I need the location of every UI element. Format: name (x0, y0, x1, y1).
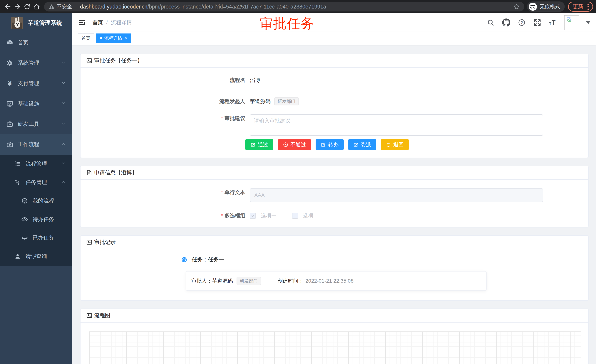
sidebar-submenu-workflow: 流程管理 任务管理 我的流程 待办任务 (0, 155, 72, 266)
checkbox-label: 选项二 (303, 211, 319, 220)
browser-reload-button[interactable] (22, 2, 32, 11)
dept-tag: 研发部门 (237, 277, 261, 285)
sidebar-item-label: 待办任务 (33, 216, 67, 223)
sidebar-item-home[interactable]: 首页 (0, 33, 72, 53)
checkbox-option-2[interactable]: 选项二 (292, 211, 319, 220)
tab-process-detail[interactable]: 流程详情 × (96, 34, 131, 43)
chevron-down-icon (61, 121, 66, 127)
sidebar-item-payment[interactable]: ¥ 支付管理 (0, 73, 72, 94)
font-size-icon[interactable]: TT (549, 18, 557, 27)
security-chip[interactable]: 不安全 (48, 3, 72, 10)
created-label: 创建时间： (278, 277, 304, 284)
task-title: 任务：任务一 (192, 256, 224, 263)
card-body: *单行文本 *多选框组 (81, 180, 588, 227)
app-logo-row[interactable]: 芋道管理系统 (0, 13, 72, 33)
hamburger-collapse-icon[interactable] (78, 18, 86, 27)
tab-label: 首页 (82, 35, 90, 41)
sidebar-item-label: 任务管理 (26, 179, 61, 186)
sidebar-item-my-process[interactable]: 我的流程 (0, 192, 72, 210)
svg-text:T: T (551, 19, 555, 26)
delegate-button[interactable]: 委派 (348, 139, 376, 150)
sidebar-item-label: 我的流程 (33, 197, 67, 204)
sidebar-item-process-mgmt[interactable]: 流程管理 (0, 155, 72, 173)
approve-button[interactable]: 通过 (245, 139, 273, 150)
form-row-initiator: 流程发起人 芋道源码 研发部门 (81, 97, 588, 105)
sidebar-item-done-tasks[interactable]: 已办任务 (0, 229, 72, 247)
navbar-actions: ? TT (486, 15, 590, 30)
sidebar-item-label: 基础设施 (18, 100, 61, 108)
required-asterisk: * (221, 189, 223, 195)
sidebar-item-system[interactable]: 系统管理 (0, 53, 72, 73)
fullscreen-icon[interactable] (533, 18, 542, 27)
browser-home-button[interactable] (32, 2, 41, 11)
transfer-button[interactable]: 转办 (316, 139, 344, 150)
return-button[interactable]: 退回 (381, 139, 409, 150)
sidebar-item-label: 首页 (18, 39, 67, 46)
github-icon[interactable] (502, 18, 510, 27)
assignee-name: 芋道源码 (212, 277, 233, 284)
page-annotation: 审批任务 (260, 15, 314, 33)
kebab-menu-icon[interactable] (586, 4, 590, 10)
chevron-down-icon (61, 80, 66, 87)
picture-icon (86, 58, 92, 64)
screen: 不安全 dashboard.yudao.iocoder.cn/bpm/proce… (0, 0, 596, 364)
approval-task-card: 审批任务【任务一】 流程名 滔博 流程发起人 芋道源码 研发部门 (80, 54, 589, 158)
close-icon[interactable]: × (125, 36, 127, 41)
sidebar-item-workflow[interactable]: 工作流程 (0, 134, 72, 155)
checkbox-group: 选项一 选项二 (250, 211, 319, 220)
card-title: 审批任务【任务一】 (94, 57, 142, 64)
url-path: /bpm/process-instance/detail?id=54aa251f… (147, 4, 326, 10)
field-label: *多选框组 (81, 211, 250, 220)
bpmn-canvas[interactable] (89, 331, 581, 364)
caret-down-icon[interactable] (586, 21, 590, 24)
tab-home[interactable]: 首页 (78, 34, 94, 43)
top-navbar: 首页 / 流程详情 审批任务 ? TT (72, 13, 596, 32)
user-avatar-broken[interactable] (564, 15, 579, 30)
record-detail-box: 审批人： 芋道源码 研发部门 创建时间： 2022-01-21 22:35:08 (186, 271, 487, 291)
sidebar-item-todo-tasks[interactable]: 待办任务 (0, 210, 72, 229)
card-header: 审批记录 (81, 236, 588, 249)
sidebar-item-devtools[interactable]: 研发工具 (0, 114, 72, 134)
form-row-process-name: 流程名 滔博 (81, 76, 588, 84)
address-bar[interactable]: 不安全 dashboard.yudao.iocoder.cn/bpm/proce… (44, 2, 524, 11)
browser-back-button[interactable] (3, 2, 13, 11)
dashboard-icon (6, 39, 14, 46)
yen-icon: ¥ (6, 80, 14, 87)
address-separator (76, 4, 76, 10)
sidebar: 芋道管理系统 首页 系统管理 ¥ 支付管理 基础设施 (0, 13, 72, 364)
sidebar-item-task-mgmt[interactable]: 任务管理 (0, 173, 72, 192)
chevron-up-icon (61, 179, 66, 186)
sidebar-menu: 首页 系统管理 ¥ 支付管理 基础设施 研发工具 (0, 33, 72, 266)
required-asterisk: * (221, 116, 223, 121)
dept-tag: 研发部门 (274, 97, 299, 105)
opinion-textarea[interactable] (250, 114, 543, 136)
sidebar-item-label: 支付管理 (18, 80, 61, 87)
sidebar-item-leave-query[interactable]: 请假查询 (0, 247, 72, 266)
browser-update-menu[interactable]: 更新 (568, 2, 593, 12)
bookmark-star-icon[interactable] (513, 3, 520, 10)
home-icon (33, 3, 40, 10)
help-icon[interactable]: ? (518, 18, 526, 27)
clock-icon (181, 257, 187, 262)
field-label: 流程发起人 (81, 97, 250, 105)
monitor-icon (6, 100, 14, 107)
toolbox-icon (6, 121, 14, 128)
form-row-opinion: *审批建议 (81, 114, 588, 136)
field-label: *单行文本 (81, 188, 250, 197)
app-title: 芋道管理系统 (28, 19, 62, 27)
browser-forward-button[interactable] (13, 2, 22, 11)
url-text: dashboard.yudao.iocoder.cn/bpm/process-i… (80, 4, 513, 10)
initiator-name: 芋道源码 (250, 97, 271, 105)
card-title: 审批记录 (94, 239, 116, 246)
process-name-value: 滔博 (250, 76, 260, 84)
sidebar-item-infrastructure[interactable]: 基础设施 (0, 94, 72, 114)
reject-button[interactable]: 不通过 (278, 139, 311, 150)
card-header: 申请信息【滔博】 (81, 166, 588, 180)
security-label: 不安全 (57, 3, 72, 10)
assignee-label: 审批人： (191, 277, 212, 284)
search-icon[interactable] (486, 18, 495, 27)
breadcrumb-home[interactable]: 首页 (93, 19, 103, 26)
initiator-value: 芋道源码 研发部门 (250, 97, 299, 105)
checkbox-option-1[interactable]: 选项一 (250, 211, 276, 220)
single-line-input[interactable] (250, 188, 543, 202)
